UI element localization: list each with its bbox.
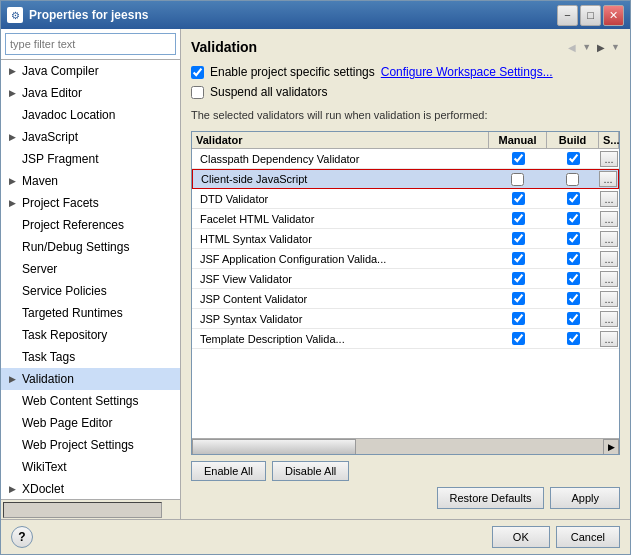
sidebar-item-wikitext[interactable]: WikiText [1, 456, 180, 478]
sidebar-item-project-facets[interactable]: ▶Project Facets [1, 192, 180, 214]
build-checkbox[interactable] [567, 192, 580, 205]
sidebar-item-service-policies[interactable]: Service Policies [1, 280, 180, 302]
maximize-button[interactable]: □ [580, 5, 601, 26]
settings-button-cell[interactable]: ... [599, 210, 619, 228]
manual-checkbox-cell[interactable] [489, 331, 547, 346]
build-checkbox[interactable] [566, 173, 579, 186]
settings-button-cell[interactable]: ... [599, 270, 619, 288]
build-checkbox-cell[interactable] [547, 231, 599, 246]
table-row[interactable]: Client-side JavaScript... [192, 169, 619, 189]
restore-defaults-button[interactable]: Restore Defaults [437, 487, 545, 509]
manual-checkbox[interactable] [512, 312, 525, 325]
manual-checkbox-cell[interactable] [489, 271, 547, 286]
manual-checkbox-cell[interactable] [489, 191, 547, 206]
close-button[interactable]: ✕ [603, 5, 624, 26]
manual-checkbox[interactable] [512, 332, 525, 345]
manual-checkbox-cell[interactable] [489, 251, 547, 266]
settings-button[interactable]: ... [600, 251, 617, 267]
manual-checkbox-cell[interactable] [488, 172, 546, 187]
manual-checkbox-cell[interactable] [489, 211, 547, 226]
manual-checkbox[interactable] [512, 192, 525, 205]
manual-checkbox[interactable] [511, 173, 524, 186]
build-checkbox[interactable] [567, 332, 580, 345]
settings-button[interactable]: ... [600, 311, 617, 327]
build-checkbox[interactable] [567, 312, 580, 325]
sidebar-item-xdoclet[interactable]: ▶XDoclet [1, 478, 180, 499]
sidebar-item-javascript[interactable]: ▶JavaScript [1, 126, 180, 148]
manual-checkbox-cell[interactable] [489, 311, 547, 326]
search-input[interactable] [5, 33, 176, 55]
table-horizontal-scrollbar[interactable] [192, 439, 603, 455]
cancel-button[interactable]: Cancel [556, 526, 620, 548]
nav-forward-button[interactable]: ▶ [593, 41, 609, 54]
build-checkbox-cell[interactable] [547, 251, 599, 266]
build-checkbox-cell[interactable] [547, 211, 599, 226]
sidebar-item-jsp-fragment[interactable]: JSP Fragment [1, 148, 180, 170]
settings-button-cell[interactable]: ... [599, 250, 619, 268]
nav-back-button[interactable]: ◀ [564, 41, 580, 54]
table-row[interactable]: Classpath Dependency Validator... [192, 149, 619, 169]
table-row[interactable]: JSF Application Configuration Valida....… [192, 249, 619, 269]
manual-checkbox[interactable] [512, 292, 525, 305]
settings-button[interactable]: ... [600, 291, 617, 307]
build-checkbox-cell[interactable] [547, 191, 599, 206]
build-checkbox-cell[interactable] [547, 311, 599, 326]
enable-all-button[interactable]: Enable All [191, 461, 266, 481]
settings-button-cell[interactable]: ... [599, 290, 619, 308]
sidebar-item-project-references[interactable]: Project References [1, 214, 180, 236]
manual-checkbox-cell[interactable] [489, 151, 547, 166]
table-row[interactable]: HTML Syntax Validator... [192, 229, 619, 249]
build-checkbox[interactable] [567, 292, 580, 305]
disable-all-button[interactable]: Disable All [272, 461, 349, 481]
sidebar-item-java-compiler[interactable]: ▶Java Compiler [1, 60, 180, 82]
sidebar-item-server[interactable]: Server [1, 258, 180, 280]
manual-checkbox[interactable] [512, 272, 525, 285]
suspend-all-checkbox[interactable] [191, 86, 204, 99]
sidebar-item-task-tags[interactable]: Task Tags [1, 346, 180, 368]
settings-button-cell[interactable]: ... [598, 170, 618, 188]
build-checkbox[interactable] [567, 212, 580, 225]
manual-checkbox-cell[interactable] [489, 291, 547, 306]
settings-button-cell[interactable]: ... [599, 150, 619, 168]
ok-button[interactable]: OK [492, 526, 550, 548]
build-checkbox-cell[interactable] [547, 331, 599, 346]
sidebar-item-run-debug-settings[interactable]: Run/Debug Settings [1, 236, 180, 258]
settings-button[interactable]: ... [600, 271, 617, 287]
table-row[interactable]: JSP Syntax Validator... [192, 309, 619, 329]
sidebar-item-validation[interactable]: ▶Validation [1, 368, 180, 390]
configure-workspace-link[interactable]: Configure Workspace Settings... [381, 65, 553, 79]
manual-checkbox[interactable] [512, 212, 525, 225]
hscroll-right-button[interactable]: ▶ [603, 439, 619, 455]
settings-button-cell[interactable]: ... [599, 310, 619, 328]
build-checkbox-cell[interactable] [546, 172, 598, 187]
build-checkbox[interactable] [567, 252, 580, 265]
sidebar-item-web-page-editor[interactable]: Web Page Editor [1, 412, 180, 434]
build-checkbox-cell[interactable] [547, 151, 599, 166]
table-row[interactable]: DTD Validator... [192, 189, 619, 209]
build-checkbox[interactable] [567, 232, 580, 245]
apply-button[interactable]: Apply [550, 487, 620, 509]
manual-checkbox[interactable] [512, 252, 525, 265]
settings-button[interactable]: ... [600, 231, 617, 247]
settings-button[interactable]: ... [599, 171, 616, 187]
minimize-button[interactable]: − [557, 5, 578, 26]
build-checkbox[interactable] [567, 152, 580, 165]
sidebar-item-javadoc-location[interactable]: Javadoc Location [1, 104, 180, 126]
settings-button[interactable]: ... [600, 191, 617, 207]
settings-button-cell[interactable]: ... [599, 330, 619, 348]
sidebar-item-maven[interactable]: ▶Maven [1, 170, 180, 192]
settings-button[interactable]: ... [600, 151, 617, 167]
settings-button[interactable]: ... [600, 331, 617, 347]
sidebar-item-web-project-settings[interactable]: Web Project Settings [1, 434, 180, 456]
build-checkbox[interactable] [567, 272, 580, 285]
build-checkbox-cell[interactable] [547, 271, 599, 286]
sidebar-item-targeted-runtimes[interactable]: Targeted Runtimes [1, 302, 180, 324]
table-row[interactable]: Facelet HTML Validator... [192, 209, 619, 229]
manual-checkbox-cell[interactable] [489, 231, 547, 246]
settings-button[interactable]: ... [600, 211, 617, 227]
sidebar-item-java-editor[interactable]: ▶Java Editor [1, 82, 180, 104]
sidebar-item-web-content-settings[interactable]: Web Content Settings [1, 390, 180, 412]
help-button[interactable]: ? [11, 526, 33, 548]
table-row[interactable]: Template Description Valida...... [192, 329, 619, 349]
sidebar-item-task-repository[interactable]: Task Repository [1, 324, 180, 346]
